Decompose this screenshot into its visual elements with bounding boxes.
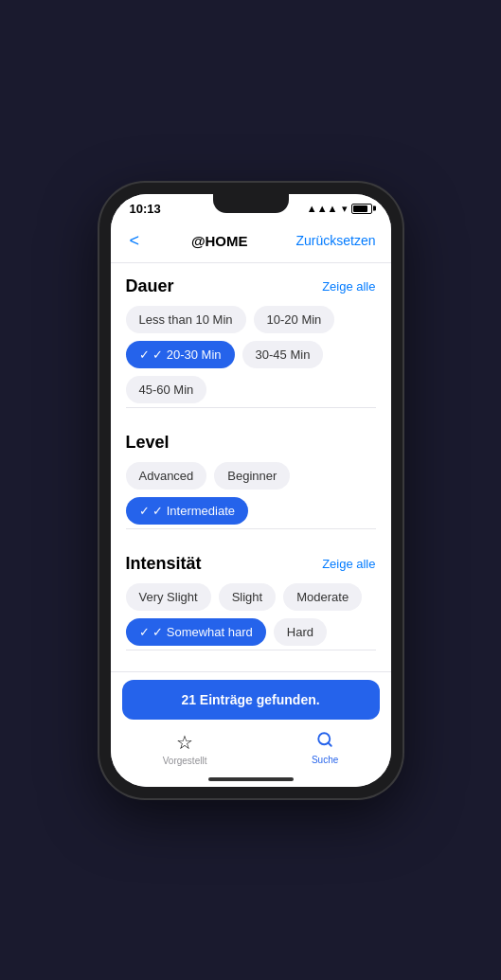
signal-icon: ▲▲▲ — [307, 203, 338, 214]
section-divider — [126, 528, 376, 529]
section-header-level: Level — [126, 433, 376, 453]
chip-dauer-4[interactable]: 45-60 Min — [126, 376, 207, 403]
phone-frame: 10:13 ▲▲▲ ▾ < @HOME Zurücksetzen DauerZe… — [99, 183, 403, 798]
chip-intensitat-3[interactable]: ✓ Somewhat hard — [126, 618, 266, 646]
back-button[interactable]: < — [126, 227, 144, 255]
search-icon — [316, 731, 333, 753]
content-area: DauerZeige alleLess than 10 Min10-20 Min… — [111, 263, 391, 671]
section-level: LevelAdvancedBeginner✓ Intermediate — [126, 419, 376, 541]
chips-row-intensitat: Very SlightSlightModerate✓ Somewhat hard… — [126, 583, 376, 646]
section-dauer: DauerZeige alleLess than 10 Min10-20 Min… — [126, 263, 376, 419]
section-workout-typ: Workout TypZeige alle3D worldCoachingCor… — [126, 662, 376, 671]
section-header-intensitat: IntensitätZeige alle — [126, 554, 376, 574]
chip-dauer-2[interactable]: ✓ 20-30 Min — [126, 341, 235, 368]
notch — [213, 194, 289, 213]
section-title-intensitat: Intensität — [126, 554, 202, 574]
chips-row-dauer: Less than 10 Min10-20 Min✓ 20-30 Min30-4… — [126, 306, 376, 403]
show-all-dauer[interactable]: Zeige alle — [322, 279, 375, 294]
tab-suche-label: Suche — [312, 755, 338, 765]
chip-level-1[interactable]: Beginner — [214, 462, 290, 490]
section-divider — [126, 650, 376, 650]
phone-inner: 10:13 ▲▲▲ ▾ < @HOME Zurücksetzen DauerZe… — [111, 194, 391, 787]
chip-dauer-3[interactable]: 30-45 Min — [242, 341, 324, 368]
wifi-icon: ▾ — [342, 203, 348, 215]
tab-bar: ☆ Vorgestellt Suche — [111, 727, 391, 774]
section-title-dauer: Dauer — [126, 276, 174, 296]
section-intensitat: IntensitätZeige alleVery SlightSlightMod… — [126, 541, 376, 662]
reset-button[interactable]: Zurücksetzen — [295, 233, 375, 248]
status-time: 10:13 — [130, 202, 161, 216]
bottom-bar: 21 Einträge gefunden. ☆ Vorgestellt Such… — [111, 671, 391, 787]
show-all-intensitat[interactable]: Zeige alle — [322, 557, 375, 571]
chip-level-2[interactable]: ✓ Intermediate — [126, 497, 249, 525]
star-icon: ☆ — [176, 731, 193, 754]
chip-dauer-0[interactable]: Less than 10 Min — [126, 306, 246, 333]
chip-intensitat-4[interactable]: Hard — [274, 618, 327, 646]
section-divider — [126, 407, 376, 408]
tab-vorgestellt[interactable]: ☆ Vorgestellt — [163, 731, 207, 766]
chip-level-0[interactable]: Advanced — [126, 462, 207, 490]
chip-intensitat-1[interactable]: Slight — [219, 583, 277, 611]
chips-row-level: AdvancedBeginner✓ Intermediate — [126, 462, 376, 525]
tab-vorgestellt-label: Vorgestellt — [163, 756, 207, 766]
home-indicator — [208, 777, 294, 781]
cta-button[interactable]: 21 Einträge gefunden. — [122, 680, 380, 720]
status-icons: ▲▲▲ ▾ — [307, 203, 372, 215]
chip-intensitat-2[interactable]: Moderate — [283, 583, 362, 611]
battery-icon — [351, 204, 372, 214]
section-header-dauer: DauerZeige alle — [126, 276, 376, 296]
chip-dauer-1[interactable]: 10-20 Min — [254, 306, 335, 333]
tab-suche[interactable]: Suche — [312, 731, 338, 766]
section-title-level: Level — [126, 433, 170, 453]
chip-intensitat-0[interactable]: Very Slight — [126, 583, 211, 611]
svg-line-1 — [329, 742, 331, 745]
nav-bar: < @HOME Zurücksetzen — [111, 220, 391, 263]
nav-title: @HOME — [191, 233, 248, 249]
